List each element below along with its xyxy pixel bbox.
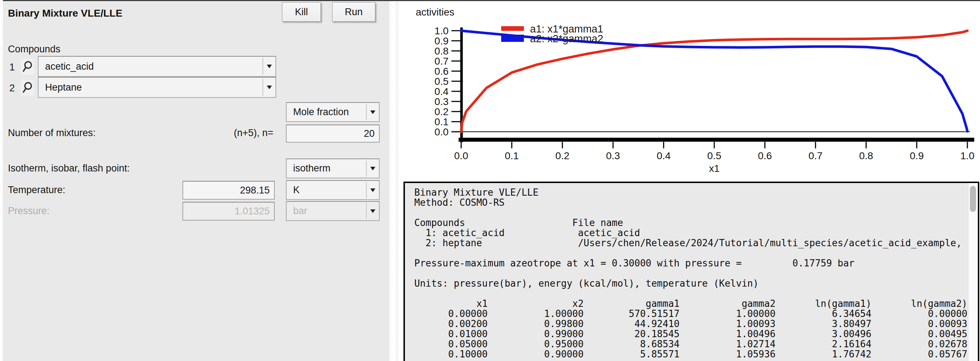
compound-row-2-index: 2: [10, 83, 15, 94]
svg-text:1.0: 1.0: [961, 150, 975, 161]
svg-text:0.3: 0.3: [606, 150, 620, 161]
chevron-down-icon: [367, 167, 379, 170]
svg-text:activities: activities: [416, 6, 454, 18]
chevron-down-icon: [263, 86, 275, 89]
temperature-unit-value: K: [286, 184, 366, 196]
activities-chart: activities0.00.10.20.30.40.50.60.70.80.9…: [398, 1, 980, 182]
svg-text:0.9: 0.9: [910, 150, 924, 161]
svg-text:0.5: 0.5: [434, 76, 449, 87]
run-button[interactable]: Run: [332, 2, 375, 22]
temperature-label: Temperature:: [8, 184, 65, 196]
chevron-down-icon: [367, 209, 379, 213]
svg-text:1.0: 1.0: [434, 25, 449, 37]
mixtures-hint: (n+5), n=: [190, 128, 273, 139]
temperature-input[interactable]: 298.15: [183, 181, 275, 200]
svg-text:0.5: 0.5: [707, 150, 721, 161]
svg-text:0.4: 0.4: [657, 150, 671, 161]
search-icon: [22, 81, 33, 94]
svg-text:0.2: 0.2: [555, 150, 570, 161]
compounds-section-label: Compounds: [8, 44, 60, 55]
svg-text:0.0: 0.0: [454, 150, 468, 161]
window-left-edge: [0, 0, 3, 361]
mode-value: isotherm: [286, 163, 366, 174]
compound-1-select[interactable]: acetic_acid: [38, 56, 276, 77]
chevron-down-icon: [263, 65, 275, 68]
svg-text:0.8: 0.8: [859, 150, 873, 161]
svg-text:0.9: 0.9: [434, 35, 449, 46]
mixtures-input[interactable]: 20: [286, 125, 380, 142]
kill-button[interactable]: Kill: [282, 2, 321, 22]
chevron-down-icon: [367, 188, 379, 192]
console-output: Binary Mixture VLE/LLE Method: COSMO-RS …: [405, 183, 978, 359]
mode-select[interactable]: isotherm: [286, 158, 380, 178]
compound-2-value: Heptane: [38, 82, 262, 93]
pressure-input: 1.01325: [183, 202, 275, 220]
search-icon: [22, 60, 33, 73]
temperature-unit-select[interactable]: K: [286, 180, 380, 200]
compound-2-select[interactable]: Heptane: [38, 77, 276, 98]
mode-label: Isotherm, isobar, flash point:: [8, 163, 130, 174]
svg-text:0.3: 0.3: [434, 96, 449, 107]
compound-2-search-button[interactable]: [21, 80, 34, 96]
panel-scrollbar[interactable]: [388, 1, 398, 361]
pressure-label: Pressure:: [8, 205, 50, 217]
mixtures-label: Number of mixtures:: [8, 128, 95, 139]
svg-text:0.7: 0.7: [808, 150, 822, 161]
composition-unit-value: Mole fraction: [286, 107, 366, 118]
svg-text:0.7: 0.7: [434, 56, 449, 67]
chevron-down-icon: [367, 110, 379, 114]
svg-text:0.0: 0.0: [434, 126, 449, 137]
svg-text:x1: x1: [709, 163, 720, 174]
svg-text:a2: x2*gamma2: a2: x2*gamma2: [530, 33, 603, 45]
svg-text:0.4: 0.4: [434, 86, 449, 97]
svg-text:0.1: 0.1: [434, 116, 449, 128]
svg-text:0.6: 0.6: [434, 66, 449, 77]
pressure-unit-value: bar: [286, 205, 366, 217]
compound-row-1-index: 1: [10, 62, 15, 73]
svg-text:0.2: 0.2: [434, 106, 449, 117]
svg-text:0.1: 0.1: [505, 150, 519, 161]
console-output-box: Binary Mixture VLE/LLE Method: COSMO-RS …: [404, 182, 979, 361]
svg-text:0.8: 0.8: [434, 45, 449, 57]
pressure-unit-select: bar: [286, 201, 380, 221]
parameters-panel: Binary Mixture VLE/LLE Compounds 1 aceti…: [3, 1, 388, 361]
compound-1-search-button[interactable]: [21, 59, 34, 75]
page-title: Binary Mixture VLE/LLE: [8, 8, 122, 19]
console-scrollbar: [968, 183, 978, 361]
composition-unit-select[interactable]: Mole fraction: [286, 102, 380, 122]
compound-1-value: acetic_acid: [38, 61, 262, 72]
console-scrollbar-thumb[interactable]: [970, 186, 976, 212]
svg-text:0.6: 0.6: [758, 150, 772, 161]
